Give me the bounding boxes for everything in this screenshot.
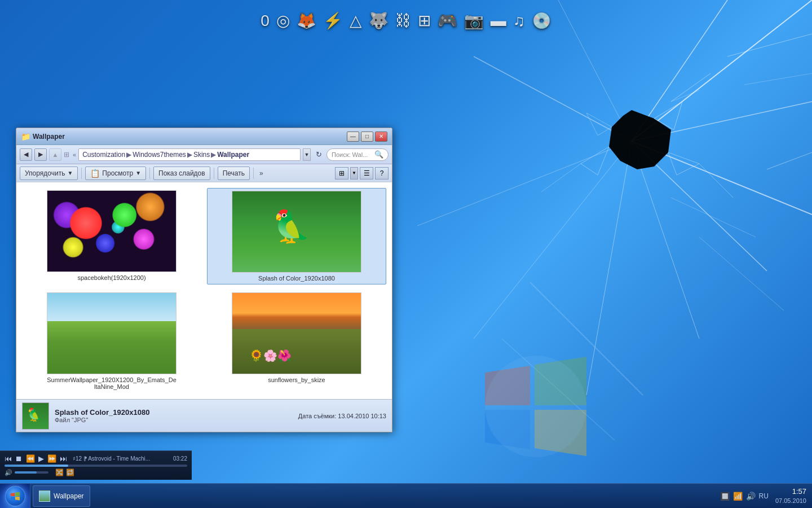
status-bar: Splash of Color_1920x1080 Файл "JPG" Дат… xyxy=(16,399,392,432)
player-progress-bar[interactable] xyxy=(5,465,187,467)
start-button[interactable] xyxy=(0,484,30,509)
start-orb xyxy=(5,486,25,506)
taskbar-wallpaper-label: Wallpaper xyxy=(54,492,84,500)
close-button[interactable]: ✕ xyxy=(375,132,387,142)
view-details-icon[interactable]: ☰ xyxy=(360,167,373,179)
file-label-parrot: Splash of Color_1920x1080 xyxy=(258,275,335,282)
breadcrumb-customization[interactable]: Customization xyxy=(82,151,125,159)
print-label: Печать xyxy=(223,169,245,177)
taskbar: Wallpaper 🔲 📶 🔊 RU 1:57 07.05.2010 xyxy=(0,483,812,508)
minimize-button[interactable]: — xyxy=(347,132,359,142)
view-dropdown[interactable]: ▼ xyxy=(350,167,358,179)
dock-icon-chrome[interactable]: ◎ xyxy=(276,11,290,30)
taskbar-wallpaper-button[interactable]: Wallpaper xyxy=(33,485,90,507)
player-volume-row: 🔊 🔀 🔁 xyxy=(5,468,187,476)
clock[interactable]: 1:57 07.05.2010 xyxy=(775,487,806,505)
player-rewind-button[interactable]: ⏪ xyxy=(26,454,35,463)
file-thumb-sunflowers xyxy=(232,292,361,374)
dock-icon-triangle[interactable]: △ xyxy=(350,11,362,30)
dock-icon-gamepad[interactable]: 🎮 xyxy=(438,11,457,30)
window-icon: 📁 xyxy=(21,132,30,141)
breadcrumb-windows7themes[interactable]: Windows7themes xyxy=(133,151,186,159)
slideshow-button[interactable]: Показ слайдов xyxy=(153,167,210,180)
refresh-button[interactable]: ↻ xyxy=(313,149,324,160)
svg-line-5 xyxy=(632,141,699,339)
breadcrumb-wallpaper[interactable]: Wallpaper xyxy=(217,151,249,159)
window-controls: — □ ✕ xyxy=(347,132,387,142)
dock-icon-0[interactable]: 0 xyxy=(261,12,270,30)
player-play-button[interactable]: ▶ xyxy=(38,454,44,463)
tray-icon-network[interactable]: 📶 xyxy=(733,492,743,501)
file-item-parrot[interactable]: Splash of Color_1920x1080 xyxy=(207,188,386,284)
status-info: Splash of Color_1920x1080 Файл "JPG" xyxy=(55,408,149,423)
dock-icon-music[interactable]: ♫ xyxy=(513,12,525,30)
view-large-icon[interactable]: ⊞ xyxy=(335,167,348,179)
search-box[interactable]: Поиск: Wal... 🔍 xyxy=(326,148,389,161)
breadcrumb-bar: Customization ▶ Windows7themes ▶ Skins ▶… xyxy=(78,148,301,161)
toolbar: Упорядочить ▼ 📋 Просмотр ▼ Показ слайдов… xyxy=(16,164,392,182)
volume-bar[interactable] xyxy=(15,471,48,474)
player-prev-button[interactable]: ⏮ xyxy=(5,454,12,463)
breadcrumb-arrow-2: ▶ xyxy=(187,151,192,159)
svg-line-9 xyxy=(474,56,632,141)
dock-icon-wolf[interactable]: 🐺 xyxy=(369,11,389,30)
player-extra-icon-2[interactable]: 🔁 xyxy=(66,468,74,476)
view-button[interactable]: 📋 Просмотр ▼ xyxy=(85,167,146,180)
breadcrumb-skins[interactable]: Skins xyxy=(193,151,210,159)
breadcrumb-arrow-3: ▶ xyxy=(211,151,216,159)
content-area: spacebokeh(1920x1200) Splash of Color_19… xyxy=(16,182,392,399)
search-icon: 🔍 xyxy=(374,150,383,159)
thumb-summer xyxy=(47,293,176,374)
dock-icon-lightning[interactable]: ⚡ xyxy=(323,11,343,30)
title-bar-left: 📁 Wallpaper xyxy=(21,132,65,141)
player-time: 03:22 xyxy=(173,456,187,462)
file-thumb-parrot xyxy=(232,191,361,273)
file-thumb-spacebokeh xyxy=(47,190,176,272)
file-item-summer[interactable]: SummerWallpaper_1920X1200_By_Emats_Delta… xyxy=(22,290,201,392)
player-next-button[interactable]: ⏭ xyxy=(60,454,67,463)
forward-button[interactable]: ▶ xyxy=(34,148,47,161)
maximize-button[interactable]: □ xyxy=(361,132,373,142)
clock-time: 1:57 xyxy=(775,487,806,497)
file-label-sunflowers: sunflowers_by_skize xyxy=(268,376,325,383)
print-button[interactable]: Печать xyxy=(218,167,250,180)
svg-marker-19 xyxy=(581,147,609,175)
svg-line-0 xyxy=(632,0,812,141)
dock-icon-disc[interactable]: 💿 xyxy=(532,11,551,30)
volume-icon: 🔊 xyxy=(5,469,12,476)
language-indicator[interactable]: RU xyxy=(759,492,769,500)
view-icon: 📋 xyxy=(90,169,100,178)
more-button[interactable]: » xyxy=(257,169,266,177)
player-fastforward-button[interactable]: ⏩ xyxy=(47,454,56,463)
view-help-icon[interactable]: ? xyxy=(375,167,389,179)
file-item-spacebokeh[interactable]: spacebokeh(1920x1200) xyxy=(22,188,201,284)
back-button[interactable]: ◀ xyxy=(20,148,32,161)
dock-icon-grid[interactable]: ⊞ xyxy=(418,11,431,30)
windows-logo xyxy=(474,339,598,463)
tray-icon-notifications[interactable]: 🔲 xyxy=(720,492,730,501)
player-extra-icon-1[interactable]: 🔀 xyxy=(55,468,64,476)
tray-icon-volume[interactable]: 🔊 xyxy=(746,492,756,501)
svg-line-8 xyxy=(417,141,632,226)
breadcrumb-dropdown[interactable]: ▼ xyxy=(303,148,311,161)
dock-icon-firefox[interactable]: 🦊 xyxy=(297,11,316,30)
dock-icon-steam[interactable]: ⛓ xyxy=(395,11,411,30)
dock-icon-bar[interactable]: ▬ xyxy=(491,12,506,30)
svg-line-12 xyxy=(744,73,812,85)
file-thumb-summer xyxy=(47,292,176,374)
organize-label: Упорядочить xyxy=(25,169,65,177)
status-thumbnail xyxy=(22,402,49,430)
thumb-bokeh xyxy=(47,191,176,271)
clock-date: 07.05.2010 xyxy=(775,497,806,505)
volume-fill xyxy=(15,471,37,474)
dock-icon-camera[interactable]: 📷 xyxy=(464,11,484,30)
file-grid: spacebokeh(1920x1200) Splash of Color_19… xyxy=(16,182,392,399)
start-logo xyxy=(10,491,21,502)
title-bar: 📁 Wallpaper — □ ✕ xyxy=(16,128,392,145)
organize-button[interactable]: Упорядочить ▼ xyxy=(20,167,78,180)
file-item-sunflowers[interactable]: sunflowers_by_skize xyxy=(207,290,386,392)
status-filename: Splash of Color_1920x1080 xyxy=(55,408,149,417)
view-switcher: ⊞ ▼ ☰ ? xyxy=(335,167,389,179)
explorer-window: 📁 Wallpaper — □ ✕ ◀ ▶ ▲ ⊞ « Customizatio… xyxy=(16,128,392,432)
player-stop-button[interactable]: ⏹ xyxy=(15,454,23,463)
